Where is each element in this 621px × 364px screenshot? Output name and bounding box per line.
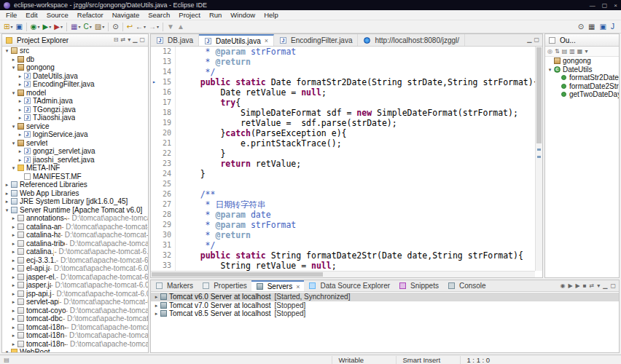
- close-icon[interactable]: ×: [296, 283, 300, 290]
- hide-static-members-button[interactable]: ▥: [569, 48, 575, 55]
- code-line[interactable]: 21 e.printStackTrace();: [151, 138, 535, 149]
- sort-button[interactable]: ⇅: [555, 48, 560, 55]
- code-line[interactable]: 30 * @return: [151, 230, 535, 240]
- previous-annotation-button[interactable]: ▲: [176, 21, 186, 33]
- editor-vertical-scrollbar[interactable]: [535, 47, 542, 271]
- expander-icon[interactable]: ▾: [4, 348, 10, 352]
- tree-item[interactable]: ▸JTJiaoshi.java: [2, 114, 148, 122]
- code-line[interactable]: 33 String retValue = null;: [151, 261, 535, 271]
- menu-edit[interactable]: Edit: [21, 11, 42, 19]
- editor-tab[interactable]: JDB.java: [151, 34, 199, 46]
- tree-item[interactable]: ▸ecj-3.3.1.jar - D:\tomcat\apache-tomcat…: [2, 256, 148, 265]
- tree-item[interactable]: ▸Jgongzi_servlet.java: [2, 147, 148, 156]
- tree-item[interactable]: ▸tomcat-i18n-fr.jar - D:\tomcat\apache-t…: [2, 331, 148, 340]
- tree-item[interactable]: ▸Jjiaoshi_servlet.java: [2, 156, 148, 165]
- editor-tab[interactable]: http://localhost:8080/jzggl/: [358, 34, 465, 46]
- tree-item[interactable]: ▸JRE System Library [jdk1.6.0_45]: [2, 197, 148, 206]
- expander-icon[interactable]: ▸: [17, 106, 23, 114]
- last-edit-location-button[interactable]: ↩: [125, 21, 134, 33]
- focus-active-task-button[interactable]: ◎: [547, 48, 552, 55]
- tree-item[interactable]: ▾CDateUtils: [545, 66, 619, 74]
- tree-item[interactable]: ▸servlet-api.jar - D:\tomcat\apache-tomc…: [2, 298, 148, 306]
- code-line[interactable]: 17 try{: [151, 98, 535, 108]
- tree-item[interactable]: ▾servlet: [2, 139, 148, 148]
- expander-icon[interactable]: ▾: [10, 89, 17, 98]
- close-button[interactable]: ×: [614, 2, 617, 9]
- code-editor[interactable]: 12 * @param strFormat13 * @return14 */▸1…: [151, 47, 535, 271]
- tree-item[interactable]: ▸el-api.jar - D:\tomcat\apache-tomcat-6.…: [2, 264, 148, 273]
- code-line[interactable]: ▸15 public static Date formatStr2Date(St…: [151, 77, 535, 87]
- expander-icon[interactable]: ▸: [10, 298, 17, 306]
- new-java-project-button[interactable]: ▦▾: [69, 21, 82, 33]
- vertical-scroll-thumb[interactable]: [536, 47, 542, 143]
- code-line[interactable]: 18 SimpleDateFormat sdf = new SimpleDate…: [151, 108, 535, 118]
- menu-window[interactable]: Window: [226, 11, 259, 19]
- tree-item[interactable]: ▸tomcat-i18n-ja.jar - D:\tomcat\apache-t…: [2, 340, 148, 349]
- forward-button[interactable]: →▾: [147, 21, 160, 33]
- expander-icon[interactable]: ▸: [10, 240, 17, 248]
- status-left-icon[interactable]: ▤: [0, 357, 13, 363]
- debug-server-button[interactable]: ◉: [560, 282, 565, 290]
- tree-item[interactable]: ▸catalina-ha.jar - D:\tomcat\apache-tomc…: [2, 231, 148, 240]
- java-perspective-button[interactable]: J: [609, 21, 616, 33]
- view-tab-properties[interactable]: Properties: [198, 280, 251, 291]
- minimize-editor-button[interactable]: ▁: [527, 36, 531, 44]
- tree-item[interactable]: ▾Server Runtime [Apache Tomcat v6.0]: [2, 206, 148, 215]
- view-menu-button[interactable]: ▾: [128, 36, 130, 44]
- horizontal-scroll-thumb[interactable]: [152, 272, 323, 277]
- tree-item[interactable]: ▾WebRoot: [2, 348, 148, 352]
- maximize-view-button[interactable]: ▢: [139, 36, 145, 44]
- jee-perspective-button[interactable]: ▣: [598, 21, 608, 33]
- tree-item[interactable]: ▸jasper.jar - D:\tomcat\apache-tomcat-6.…: [2, 281, 148, 290]
- expander-icon[interactable]: ▾: [10, 139, 17, 148]
- tree-item[interactable]: ▸annotations-api.jar - D:\tomcat\apache-…: [2, 214, 148, 223]
- expander-icon[interactable]: ▸: [17, 80, 23, 89]
- menu-search[interactable]: Search: [144, 11, 174, 19]
- expander-icon[interactable]: ▾: [547, 66, 553, 74]
- tree-item[interactable]: MANIFEST.MF: [2, 173, 148, 181]
- external-tools-button[interactable]: ▶▾: [52, 21, 64, 33]
- menu-project[interactable]: Project: [174, 11, 205, 19]
- menu-source[interactable]: Source: [42, 11, 73, 19]
- hide-non-public-button[interactable]: ▦: [577, 48, 583, 55]
- expander-icon[interactable]: ▸: [17, 130, 23, 139]
- tree-item[interactable]: ▸Web App Libraries: [2, 189, 148, 198]
- code-line[interactable]: 29 * @param strFormat: [151, 220, 535, 230]
- code-line[interactable]: 14 */: [151, 67, 535, 77]
- tree-item[interactable]: ▸jasper-el.jar - D:\tomcat\apache-tomcat…: [2, 273, 148, 282]
- tree-item[interactable]: ▸JDateUtils.java: [2, 72, 148, 81]
- code-line[interactable]: 28 * @param date: [151, 210, 535, 220]
- expander-icon[interactable]: ▸: [4, 181, 10, 189]
- expander-icon[interactable]: ▸: [4, 197, 10, 206]
- link-with-editor-button[interactable]: ⇄: [121, 36, 126, 44]
- expander-icon[interactable]: ▾: [4, 47, 10, 55]
- expander-icon[interactable]: ▸: [4, 189, 10, 198]
- server-row[interactable]: ▸Tomcat v7.0 Server at localhost[Stopped…: [151, 301, 619, 310]
- expander-icon[interactable]: ▸: [10, 256, 17, 265]
- code-line[interactable]: 19 retValue = sdf.parse(strDate);: [151, 118, 535, 128]
- new-wizard-button[interactable]: ⊞▾: [2, 21, 14, 33]
- expander-icon[interactable]: ▸: [10, 290, 17, 298]
- tree-item[interactable]: ▾src: [2, 47, 148, 55]
- expander-icon[interactable]: ▾: [10, 122, 17, 131]
- editor-tab[interactable]: JDateUtils.java×: [199, 34, 274, 46]
- expander-icon[interactable]: ▸: [10, 214, 17, 223]
- tree-item[interactable]: formatDate2Str(Date: [545, 82, 619, 91]
- expander-icon[interactable]: ▸: [10, 331, 17, 340]
- expander-icon[interactable]: ▸: [17, 72, 23, 81]
- expander-icon[interactable]: ▸: [10, 55, 17, 64]
- expander-icon[interactable]: ▸: [10, 323, 17, 332]
- expander-icon[interactable]: ▸: [10, 231, 17, 240]
- expander-icon[interactable]: ▸: [153, 309, 160, 318]
- run-button[interactable]: ▶▾: [42, 21, 53, 33]
- editor-tab[interactable]: JEncodingFilter.java: [274, 34, 359, 46]
- expander-icon[interactable]: ▸: [10, 273, 17, 282]
- maximize-editor-button[interactable]: ▢: [534, 36, 539, 44]
- expander-icon[interactable]: ▸: [153, 301, 160, 310]
- new-java-package-button[interactable]: ▨▾: [93, 21, 106, 33]
- expander-icon[interactable]: ▸: [153, 293, 160, 301]
- menu-run[interactable]: Run: [205, 11, 226, 19]
- next-annotation-button[interactable]: ▼: [165, 21, 176, 33]
- maximize-button[interactable]: ▢: [602, 2, 608, 9]
- search-button[interactable]: ⊙: [111, 21, 120, 33]
